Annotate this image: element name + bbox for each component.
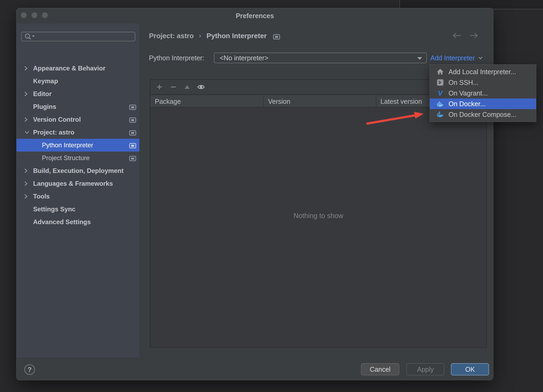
uninstall-package-button[interactable] [166, 82, 180, 92]
breadcrumb: Project: astro › Python Interpreter [149, 30, 280, 41]
titlebar: Preferences [17, 8, 493, 24]
menu-item-label: On Docker... [448, 100, 486, 108]
sidebar-item-advanced-settings[interactable]: Advanced Settings [17, 216, 139, 228]
sidebar-item-label: Python Interpreter [42, 141, 93, 149]
menu-item-label: Add Local Interpreter... [448, 68, 516, 76]
sidebar-item-project-astro[interactable]: Project: astro [17, 126, 139, 139]
sidebar-item-python-interpreter[interactable]: Python Interpreter [17, 139, 139, 152]
settings-panel-icon [129, 130, 136, 135]
dropdown-arrow-icon [417, 57, 422, 60]
menu-item-label: On Docker Compose... [448, 111, 516, 118]
sidebar-item-label: Keymap [33, 77, 58, 85]
sidebar-item-label: Project Structure [42, 154, 90, 162]
preferences-dialog: Preferences Appearance & Behavior [16, 8, 493, 380]
sidebar-item-label: Advanced Settings [33, 218, 91, 226]
menu-item-on-ssh[interactable]: On SSH... [430, 77, 536, 88]
background-window-edge-vertical [399, 0, 400, 9]
help-question-icon: ? [27, 366, 32, 374]
cancel-button[interactable]: Cancel [361, 363, 399, 375]
menu-item-on-vagrant[interactable]: V On Vagrant... [430, 88, 536, 98]
ssh-terminal-icon [436, 78, 444, 86]
sidebar-item-label: Settings Sync [33, 205, 76, 213]
docker-icon [436, 100, 444, 108]
sidebar-item-plugins[interactable]: Plugins [17, 100, 139, 113]
sidebar-item-label: Project: astro [33, 129, 74, 136]
sidebar-item-label: Languages & Frameworks [33, 180, 113, 187]
breadcrumb-project[interactable]: Project: astro [149, 32, 194, 40]
chevron-right-icon[interactable] [24, 91, 33, 97]
upgrade-package-button[interactable] [180, 82, 194, 92]
sidebar-item-languages-frameworks[interactable]: Languages & Frameworks [17, 177, 139, 190]
background-window-region [400, 0, 543, 9]
ok-button[interactable]: OK [451, 363, 489, 375]
chevron-right-icon[interactable] [24, 194, 33, 199]
packages-table-body: Nothing to show [150, 108, 486, 347]
sidebar-item-keymap[interactable]: Keymap [17, 75, 139, 88]
settings-panel-icon [129, 142, 136, 148]
python-interpreter-label: Python Interpreter: [149, 53, 204, 63]
column-header-latest-version[interactable]: Latest version [380, 95, 422, 108]
sidebar-item-build-execution-deployment[interactable]: Build, Execution, Deployment [17, 164, 139, 177]
home-icon [436, 68, 444, 76]
chevron-right-icon[interactable] [24, 168, 33, 173]
settings-search-input[interactable] [21, 32, 135, 41]
add-interpreter-label: Add Interpreter [430, 54, 475, 62]
show-early-releases-eye-button[interactable] [194, 82, 208, 92]
breadcrumb-separator-icon: › [199, 32, 201, 39]
sidebar-item-label: Version Control [33, 116, 81, 123]
forward-arrow-icon[interactable] [469, 32, 478, 41]
window-title: Preferences [17, 12, 493, 20]
docker-compose-icon [436, 110, 444, 118]
settings-panel-icon [273, 33, 280, 38]
column-header-package[interactable]: Package [155, 95, 181, 108]
menu-item-label: On SSH... [448, 79, 479, 86]
breadcrumb-page: Python Interpreter [207, 32, 267, 40]
settings-sidebar: Appearance & Behavior Keymap Editor Plug… [17, 23, 139, 358]
help-button[interactable]: ? [24, 364, 35, 375]
interpreter-select-value: <No interpreter> [220, 54, 268, 62]
sidebar-item-label: Appearance & Behavior [33, 65, 105, 72]
sidebar-item-version-control[interactable]: Version Control [17, 113, 139, 126]
sidebar-item-label: Plugins [33, 103, 56, 110]
add-interpreter-menu: Add Local Interpreter... On SSH... V On … [430, 64, 536, 122]
chevron-right-icon[interactable] [24, 181, 33, 186]
sidebar-item-project-structure[interactable]: Project Structure [17, 152, 139, 164]
settings-panel-icon [129, 117, 136, 122]
chevron-down-icon [478, 56, 483, 60]
empty-table-message: Nothing to show [150, 212, 486, 220]
interpreter-select[interactable]: <No interpreter> [214, 53, 427, 63]
apply-button[interactable]: Apply [406, 363, 444, 375]
menu-item-on-docker-compose[interactable]: On Docker Compose... [430, 109, 536, 120]
menu-item-label: On Vagrant... [448, 89, 488, 97]
menu-item-on-docker[interactable]: On Docker... [430, 98, 536, 109]
back-arrow-icon[interactable] [452, 32, 462, 41]
chevron-right-icon[interactable] [24, 66, 33, 71]
add-interpreter-button[interactable]: Add Interpreter [430, 53, 483, 63]
sidebar-item-editor[interactable]: Editor [17, 88, 139, 100]
column-header-version[interactable]: Version [268, 95, 290, 108]
settings-panel-icon [129, 104, 136, 109]
chevron-down-icon[interactable] [24, 130, 33, 135]
settings-panel-icon [129, 155, 136, 161]
column-separator[interactable] [263, 96, 264, 107]
menu-item-add-local-interpreter[interactable]: Add Local Interpreter... [430, 66, 536, 77]
install-package-button[interactable] [152, 82, 166, 92]
sidebar-item-settings-sync[interactable]: Settings Sync [17, 203, 139, 216]
sidebar-item-appearance-behavior[interactable]: Appearance & Behavior [17, 62, 139, 75]
column-separator[interactable] [376, 96, 376, 107]
chevron-right-icon[interactable] [24, 117, 33, 122]
vagrant-icon: V [436, 89, 444, 97]
sidebar-item-label: Build, Execution, Deployment [33, 167, 124, 175]
settings-tree: Appearance & Behavior Keymap Editor Plug… [17, 62, 139, 228]
sidebar-item-label: Editor [33, 90, 52, 98]
sidebar-item-label: Tools [33, 193, 50, 200]
sidebar-item-tools[interactable]: Tools [17, 190, 139, 203]
